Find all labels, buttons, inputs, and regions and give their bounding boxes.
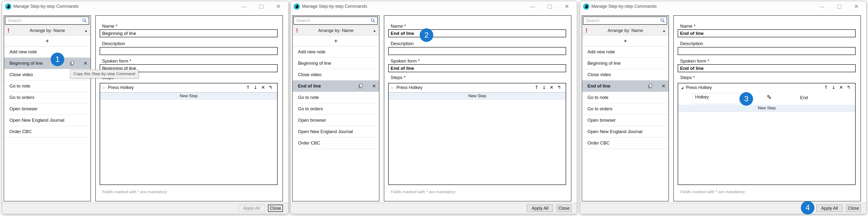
delete-icon[interactable]: ✕: [84, 60, 88, 66]
command-list-item[interactable]: Beginning of line: [582, 58, 669, 69]
add-command-button[interactable]: +: [582, 36, 669, 46]
delete-icon[interactable]: ✕: [661, 83, 665, 89]
copy-icon[interactable]: [647, 83, 653, 89]
command-list-item[interactable]: Beginning of line ✕: [4, 58, 90, 69]
collapse-caret-icon[interactable]: ▲: [662, 29, 665, 32]
command-list-item[interactable]: Open New England Journal: [293, 126, 379, 137]
command-list-item[interactable]: Add new note: [4, 46, 90, 58]
step-header[interactable]: ◢ Press Hotkey ↑ ↓ ✕ ↰: [678, 83, 855, 93]
search-input[interactable]: [5, 17, 81, 24]
command-label: Beginning of line: [587, 61, 621, 66]
new-step-button[interactable]: New Step: [678, 105, 855, 112]
expander-collapsed-icon[interactable]: ▷: [392, 86, 394, 89]
name-field[interactable]: [678, 29, 856, 37]
collapse-caret-icon[interactable]: ▲: [373, 29, 376, 32]
command-list-item[interactable]: Add new note: [582, 46, 669, 58]
delete-step-icon[interactable]: ✕: [261, 85, 265, 90]
titlebar[interactable]: Manage Step-by-step Commands — ✕: [580, 1, 866, 12]
maximize-icon[interactable]: [544, 2, 555, 11]
titlebar[interactable]: Manage Step-by-step Commands — ✕: [2, 1, 288, 12]
command-list-item[interactable]: Close video: [293, 69, 379, 81]
close-window-icon[interactable]: ✕: [561, 2, 572, 11]
edit-pencil-icon[interactable]: ✎: [767, 94, 772, 101]
command-list-item[interactable]: Order CBC: [293, 137, 379, 149]
command-label: Open New England Journal: [9, 118, 64, 123]
description-field[interactable]: [678, 47, 856, 55]
copy-icon[interactable]: [358, 83, 363, 89]
command-list-item[interactable]: Add new note: [293, 46, 379, 58]
command-list-item[interactable]: Go to orders: [4, 92, 90, 103]
expander-collapsed-icon[interactable]: ▷: [103, 86, 105, 89]
close-button[interactable]: Close: [268, 205, 283, 212]
arrange-by-header[interactable]: ! Arrange by: Name ▲: [4, 26, 90, 35]
description-field[interactable]: [100, 47, 278, 55]
collapse-caret-icon[interactable]: ▲: [84, 29, 88, 32]
command-list-item[interactable]: Close video: [582, 69, 669, 81]
apply-all-button[interactable]: Apply All: [816, 205, 842, 212]
arrange-by-header[interactable]: ! Arrange by: Name ▲: [582, 26, 669, 35]
minimize-icon[interactable]: —: [816, 2, 827, 11]
undo-step-icon[interactable]: ↰: [269, 85, 273, 90]
command-list-item[interactable]: Go to note: [293, 92, 379, 103]
minimize-icon[interactable]: —: [527, 2, 538, 11]
apply-all-button[interactable]: Apply All: [238, 205, 265, 212]
maximize-icon[interactable]: [834, 2, 844, 11]
command-list-item[interactable]: Order CBC: [582, 137, 669, 149]
command-list-item[interactable]: Go to orders: [582, 103, 669, 115]
expander-expanded-icon[interactable]: ◢: [681, 86, 683, 89]
add-command-button[interactable]: +: [293, 36, 379, 46]
spoken-form-field[interactable]: [388, 64, 566, 72]
titlebar[interactable]: Manage Step-by-step Commands — ✕: [291, 1, 577, 12]
command-list-item[interactable]: End of line ✕: [582, 81, 669, 92]
move-step-up-icon[interactable]: ↑: [824, 85, 828, 90]
mandatory-footnote: Fields marked with * are mandatory: [680, 190, 745, 194]
command-list-item[interactable]: Order CBC: [4, 126, 90, 137]
delete-step-icon[interactable]: ✕: [550, 85, 554, 90]
command-list-item[interactable]: End of line ✕: [293, 81, 379, 92]
command-list-item[interactable]: Open New England Journal: [582, 126, 669, 137]
command-list-item[interactable]: Go to note: [4, 81, 90, 92]
name-field[interactable]: [388, 29, 566, 37]
steps-box: ▷ Press Hotkey ↑ ↓ ✕ ↰ New Step: [388, 83, 566, 185]
step-header[interactable]: ▷ Press Hotkey ↑ ↓ ✕ ↰: [100, 83, 277, 93]
close-window-icon[interactable]: ✕: [851, 2, 862, 11]
undo-step-icon[interactable]: ↰: [846, 85, 851, 90]
description-field[interactable]: [388, 47, 566, 55]
apply-all-button[interactable]: Apply All: [527, 205, 553, 212]
command-list-item[interactable]: Open browser: [293, 115, 379, 126]
spoken-form-field[interactable]: [678, 64, 856, 72]
command-list-item[interactable]: Open browser: [582, 115, 669, 126]
move-step-down-icon[interactable]: ↓: [542, 85, 546, 90]
move-step-up-icon[interactable]: ↑: [534, 85, 539, 90]
minimize-icon[interactable]: —: [239, 2, 249, 11]
arrange-by-header[interactable]: ! Arrange by: Name ▲: [293, 26, 379, 35]
search-icon[interactable]: [370, 18, 376, 23]
move-step-down-icon[interactable]: ↓: [831, 85, 836, 90]
undo-step-icon[interactable]: ↰: [557, 85, 561, 90]
search-input[interactable]: [294, 17, 369, 24]
command-list-item[interactable]: Open New England Journal: [4, 115, 90, 126]
new-step-button[interactable]: New Step: [389, 93, 566, 100]
close-button[interactable]: Close: [556, 205, 571, 212]
search-icon[interactable]: [82, 18, 87, 23]
add-command-button[interactable]: +: [4, 36, 90, 46]
search-input[interactable]: [583, 17, 658, 24]
move-step-down-icon[interactable]: ↓: [253, 85, 258, 90]
command-label: End of line: [587, 83, 611, 89]
copy-icon[interactable]: [69, 60, 75, 66]
move-step-up-icon[interactable]: ↑: [246, 85, 250, 90]
delete-icon[interactable]: ✕: [372, 83, 376, 89]
step-header[interactable]: ▷ Press Hotkey ↑ ↓ ✕ ↰: [389, 83, 566, 93]
command-list-item[interactable]: Beginning of line: [293, 58, 379, 69]
close-button[interactable]: Close: [846, 205, 861, 212]
name-field[interactable]: [100, 29, 278, 37]
search-icon[interactable]: [660, 18, 665, 23]
delete-step-icon[interactable]: ✕: [839, 85, 843, 90]
command-list-item[interactable]: Go to note: [582, 92, 669, 103]
command-list-item[interactable]: Go to orders: [293, 103, 379, 115]
close-window-icon[interactable]: ✕: [273, 2, 284, 11]
maximize-icon[interactable]: [256, 2, 267, 11]
hotkey-field-cell[interactable]: Hotkey: [692, 93, 740, 104]
command-list-item[interactable]: Open browser: [4, 103, 90, 115]
new-step-button[interactable]: New Step: [100, 93, 277, 100]
